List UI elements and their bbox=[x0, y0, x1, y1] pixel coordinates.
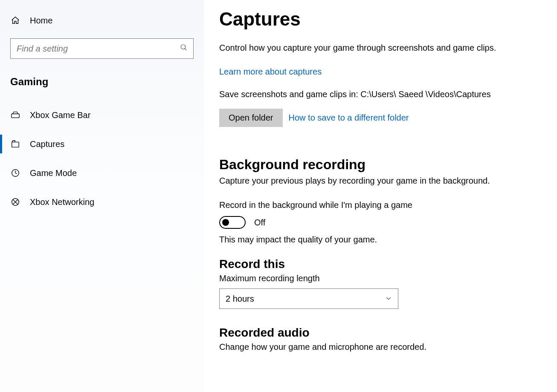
xboxnet-icon bbox=[10, 197, 20, 207]
sidebar-item-label: Captures bbox=[30, 139, 64, 149]
home-nav[interactable]: Home bbox=[0, 10, 204, 31]
save-path-text: Save screenshots and game clips in: C:\U… bbox=[219, 89, 540, 99]
sidebar-item-label: Xbox Networking bbox=[30, 197, 94, 207]
bg-toggle-state: Off bbox=[254, 218, 265, 228]
bg-toggle-label: Record in the background while I'm playi… bbox=[219, 200, 540, 210]
page-description: Control how you capture your game throug… bbox=[219, 42, 509, 54]
search-input[interactable] bbox=[10, 38, 194, 59]
sidebar-section-label: Gaming bbox=[0, 63, 204, 93]
sidebar-item-xbox-networking[interactable]: Xbox Networking bbox=[0, 187, 204, 216]
home-label: Home bbox=[30, 16, 52, 26]
how-to-save-link[interactable]: How to save to a different folder bbox=[289, 113, 409, 123]
max-length-select[interactable]: 2 hours bbox=[219, 288, 398, 309]
gamebar-icon bbox=[10, 110, 20, 120]
svg-rect-2 bbox=[12, 114, 19, 118]
svg-point-0 bbox=[181, 45, 186, 49]
svg-line-1 bbox=[185, 49, 186, 50]
background-recording-heading: Background recording bbox=[219, 157, 540, 173]
max-length-label: Maximum recording length bbox=[219, 274, 540, 283]
page-title: Captures bbox=[219, 9, 540, 30]
svg-rect-3 bbox=[12, 142, 19, 147]
main-content: Captures Control how you capture your ga… bbox=[204, 0, 557, 392]
learn-more-link[interactable]: Learn more about captures bbox=[219, 67, 540, 77]
bg-record-toggle[interactable] bbox=[219, 216, 246, 229]
captures-icon bbox=[10, 139, 20, 149]
sidebar: Home Gaming Xbox Game Bar bbox=[0, 0, 204, 392]
sidebar-item-label: Xbox Game Bar bbox=[30, 110, 90, 120]
toggle-knob bbox=[222, 219, 229, 226]
search-wrap bbox=[0, 31, 204, 63]
open-folder-button[interactable]: Open folder bbox=[219, 109, 283, 127]
bg-toggle-note: This may impact the quality of your game… bbox=[219, 235, 540, 245]
sidebar-item-captures[interactable]: Captures bbox=[0, 130, 204, 159]
recorded-audio-desc: Change how your game and microphone are … bbox=[219, 342, 540, 352]
sidebar-item-game-mode[interactable]: Game Mode bbox=[0, 159, 204, 187]
sidebar-nav-list: Xbox Game Bar Captures Game Mode bbox=[0, 93, 204, 216]
background-recording-desc: Capture your previous plays by recording… bbox=[219, 176, 540, 186]
gamemode-icon bbox=[10, 168, 20, 178]
chevron-down-icon bbox=[385, 294, 392, 304]
max-length-value: 2 hours bbox=[226, 294, 254, 304]
recorded-audio-heading: Recorded audio bbox=[219, 326, 540, 340]
record-this-heading: Record this bbox=[219, 257, 540, 271]
sidebar-item-xbox-game-bar[interactable]: Xbox Game Bar bbox=[0, 101, 204, 130]
search-icon bbox=[180, 44, 188, 54]
sidebar-item-label: Game Mode bbox=[30, 168, 77, 178]
home-icon bbox=[10, 15, 20, 26]
